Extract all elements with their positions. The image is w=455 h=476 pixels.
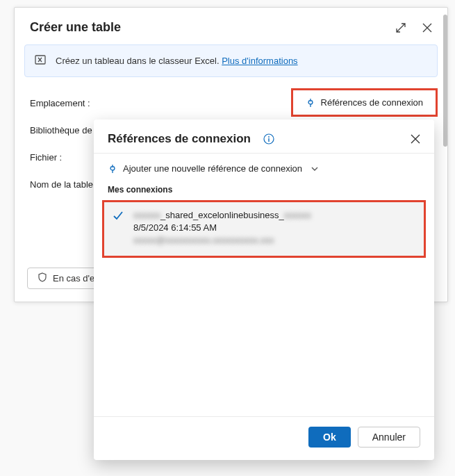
info-text: Créez un tableau dans le classeur Excel. — [56, 56, 222, 66]
connection-references-button[interactable]: Références de connexion — [295, 92, 434, 113]
info-icon[interactable] — [263, 133, 274, 145]
popover-header: Références de connexion — [94, 120, 434, 154]
connection-name-redacted-prefix: xxxxxx — [133, 210, 160, 220]
chevron-down-icon — [311, 165, 319, 173]
connection-references-label: Références de connexion — [321, 97, 423, 108]
more-info-link[interactable]: Plus d'informations — [222, 56, 297, 66]
connection-references-popover: Références de connexion Ajouter une nouv… — [94, 120, 434, 460]
connection-item-text: xxxxxx_shared_excelonlinebusiness_xxxxxx… — [133, 209, 415, 247]
check-icon — [113, 211, 124, 222]
plug-icon — [108, 164, 117, 174]
connection-item-highlight: xxxxxx_shared_excelonlinebusiness_xxxxxx… — [102, 200, 426, 258]
info-banner: Créez un tableau dans le classeur Excel.… — [24, 44, 438, 77]
excel-icon — [35, 54, 47, 68]
dialog-header-actions — [396, 23, 432, 33]
plug-icon — [306, 98, 315, 108]
connection-owner-redacted: xxxxx@xxxxxxxxxx.xxxxxxxxxx.xxx — [133, 234, 415, 247]
connection-name: xxxxxx_shared_excelonlinebusiness_xxxxxx — [133, 209, 415, 222]
connection-item[interactable]: xxxxxx_shared_excelonlinebusiness_xxxxxx… — [104, 202, 424, 256]
popover-close-icon[interactable] — [411, 134, 420, 144]
popover-title: Références de connexion — [108, 132, 251, 146]
connection-name-mid: _shared_excelonlinebusiness_ — [160, 210, 284, 220]
svg-point-2 — [268, 136, 270, 138]
info-banner-text: Créez un tableau dans le classeur Excel.… — [56, 56, 298, 66]
add-connection-reference-button[interactable]: Ajouter une nouvelle référence de connex… — [94, 154, 434, 181]
add-connection-reference-label: Ajouter une nouvelle référence de connex… — [123, 163, 302, 174]
dialog-header: Créer une table — [15, 8, 447, 44]
my-connections-label: Mes connexions — [94, 181, 434, 197]
cancel-button[interactable]: Annuler — [358, 427, 420, 448]
svg-rect-3 — [268, 138, 269, 142]
scrollbar[interactable] — [443, 15, 447, 147]
dialog-title: Créer une table — [30, 20, 121, 35]
expand-icon[interactable] — [396, 23, 406, 33]
error-button-label: En cas d'er — [53, 273, 98, 284]
connection-timestamp: 8/5/2024 6:14:55 AM — [133, 222, 415, 234]
connection-name-redacted-suffix: xxxxxx — [284, 210, 311, 220]
close-icon[interactable] — [422, 23, 432, 33]
shield-icon — [38, 272, 47, 284]
connection-references-highlight: Références de connexion — [291, 88, 438, 117]
ok-button[interactable]: Ok — [308, 427, 351, 448]
popover-footer: Ok Annuler — [94, 416, 434, 460]
